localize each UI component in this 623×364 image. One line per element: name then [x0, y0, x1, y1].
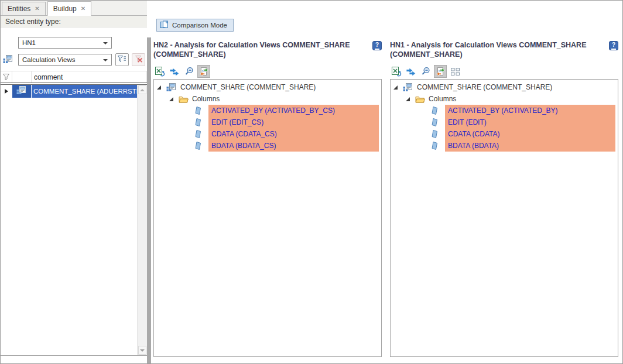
- tree-node-column[interactable]: ACTIVATED_BY (ACTIVATED_BY): [391, 105, 618, 116]
- header-filter-cell[interactable]: [1, 71, 12, 83]
- tree-node-column[interactable]: EDIT (EDIT): [391, 116, 618, 128]
- tree-node-columns-label: Columns: [192, 95, 220, 103]
- triangle-down-icon: [140, 349, 145, 352]
- filter-button[interactable]: [115, 53, 129, 66]
- tree-node-root[interactable]: COMMENT_SHARE (COMMENT_SHARE): [154, 81, 381, 93]
- tab-buildup[interactable]: Buildup ✕: [47, 1, 91, 16]
- help-icon[interactable]: ?: [372, 41, 382, 50]
- tree-node-columns-label: Columns: [429, 95, 456, 103]
- folder-open-icon: [179, 95, 189, 103]
- diff-highlight: BDATA (BDATA): [445, 140, 615, 152]
- clear-filter-icon: [135, 54, 143, 65]
- entity-table: comment: [1, 71, 147, 356]
- column-header-comment[interactable]: comment: [32, 71, 147, 83]
- diff-highlight: ACTIVATED_BY (ACTIVATED_BY_CS): [208, 105, 379, 116]
- column-icon: [195, 107, 201, 115]
- tree-node-column[interactable]: ACTIVATED_BY (ACTIVATED_BY_CS): [154, 105, 381, 116]
- diff-highlight: EDIT (EDIT): [445, 116, 615, 128]
- main-area: Comparison Mode HN2 - Analysis for Calcu…: [151, 1, 622, 363]
- diff-highlight: EDIT (EDIT_CS): [208, 116, 379, 128]
- calculation-view-icon: [403, 83, 413, 92]
- header-icon-cell: [12, 71, 32, 83]
- tree-node-column[interactable]: CDATA (CDATA): [391, 128, 618, 140]
- entity-type-dropdown-value: Calculation Views: [22, 56, 76, 63]
- tree-node-columns[interactable]: Columns: [391, 93, 618, 105]
- close-icon[interactable]: ✕: [35, 6, 39, 12]
- help-icon[interactable]: ?: [609, 41, 618, 50]
- diff-highlight: BDATA (BDATA_CS): [208, 140, 379, 152]
- diff-highlight: ACTIVATED_BY (ACTIVATED_BY): [445, 105, 615, 116]
- selected-row-value: COMMENT_SHARE (ADUERRSTEIN_T: [32, 85, 137, 98]
- compare-mode-button[interactable]: [434, 65, 447, 78]
- tree-node-root[interactable]: COMMENT_SHARE (COMMENT_SHARE): [391, 81, 618, 93]
- diff-highlight: CDATA (CDATA): [445, 128, 615, 140]
- entity-type-dropdown[interactable]: Calculation Views: [18, 54, 112, 66]
- cascade-arrows-icon: [406, 67, 417, 77]
- comparison-mode-button[interactable]: Comparison Mode: [156, 19, 234, 32]
- row-icon-cell: [12, 85, 31, 98]
- expander-icon[interactable]: [406, 97, 410, 101]
- expander-icon[interactable]: [169, 97, 173, 101]
- tree-node-columns[interactable]: Columns: [154, 93, 381, 105]
- sidebar: Entities ✕ Buildup ✕ Select entity type:…: [1, 1, 147, 363]
- tab-entities[interactable]: Entities ✕: [2, 2, 46, 16]
- close-icon[interactable]: ✕: [81, 6, 85, 12]
- panel-hn1: HN1 - Analysis for Calculation Views COM…: [390, 40, 618, 357]
- triangle-up-icon: [140, 89, 145, 91]
- zoom-out-button[interactable]: [183, 65, 196, 78]
- clear-filter-button[interactable]: [132, 53, 145, 66]
- system-dropdown[interactable]: HN1: [18, 37, 112, 49]
- row-indicator-cell: [1, 85, 12, 98]
- expander-icon[interactable]: [157, 85, 161, 90]
- app-window: Entities ✕ Buildup ✕ Select entity type:…: [0, 0, 623, 364]
- diff-highlight: CDATA (CDATA_CS): [208, 128, 379, 140]
- column-icon: [432, 130, 438, 138]
- table-scrollbar[interactable]: [137, 85, 147, 355]
- panel-hn2: HN2 - Analysis for Calculation Views COM…: [153, 40, 382, 357]
- row-indicator-icon: [5, 89, 8, 94]
- scroll-down-button[interactable]: [138, 346, 146, 355]
- tree-node-column[interactable]: EDIT (EDIT_CS): [154, 116, 381, 128]
- export-excel-button[interactable]: [153, 65, 166, 78]
- column-icon: [195, 142, 201, 150]
- forward-all-button[interactable]: [405, 65, 417, 78]
- tab-strip: Entities ✕ Buildup ✕: [1, 1, 147, 16]
- calculation-view-icon: [166, 83, 177, 92]
- layout-grid-button[interactable]: [449, 65, 461, 78]
- forward-all-button[interactable]: [168, 65, 181, 78]
- column-icon: [195, 130, 201, 138]
- tree-node-column[interactable]: CDATA (CDATA_CS): [154, 128, 381, 140]
- table-row[interactable]: COMMENT_SHARE (ADUERRSTEIN_T: [1, 85, 147, 98]
- filter-icon: [118, 54, 126, 65]
- chevron-down-icon: [103, 59, 108, 61]
- tab-entities-label: Entities: [8, 5, 30, 13]
- chevron-down-icon: [103, 42, 108, 44]
- tab-buildup-label: Buildup: [53, 5, 77, 13]
- calculation-view-icon: [3, 55, 13, 66]
- zoom-out-button[interactable]: [419, 65, 432, 78]
- select-entity-type-label: Select entity type:: [5, 18, 61, 26]
- tree-node-root-label: COMMENT_SHARE (COMMENT_SHARE): [417, 83, 552, 91]
- excel-export-icon: [155, 67, 166, 77]
- panel-hn1-toolbar: [390, 64, 618, 79]
- export-excel-button[interactable]: [390, 65, 403, 78]
- excel-export-icon: [391, 67, 402, 77]
- column-icon: [432, 107, 438, 115]
- select-entity-type-header: Select entity type:: [1, 16, 147, 28]
- panel-hn2-title: HN2 - Analysis for Calculation Views COM…: [153, 40, 372, 64]
- tree-node-column[interactable]: BDATA (BDATA_CS): [154, 140, 381, 152]
- panel-hn1-title: HN1 - Analysis for Calculation Views COM…: [390, 40, 609, 64]
- column-icon: [432, 118, 438, 126]
- vertical-splitter[interactable]: [147, 37, 151, 363]
- grid-layout-icon: [450, 67, 460, 76]
- compare-mode-button[interactable]: [197, 65, 210, 78]
- magnifier-minus-icon: [184, 67, 194, 76]
- funnel-icon: [3, 72, 9, 83]
- column-icon: [432, 142, 438, 150]
- panel-hn2-toolbar: [153, 64, 382, 79]
- scroll-up-button[interactable]: [138, 85, 146, 94]
- expander-icon[interactable]: [393, 85, 398, 90]
- cascade-arrows-icon: [169, 67, 180, 77]
- folder-open-icon: [415, 95, 425, 103]
- tree-node-column[interactable]: BDATA (BDATA): [391, 140, 618, 152]
